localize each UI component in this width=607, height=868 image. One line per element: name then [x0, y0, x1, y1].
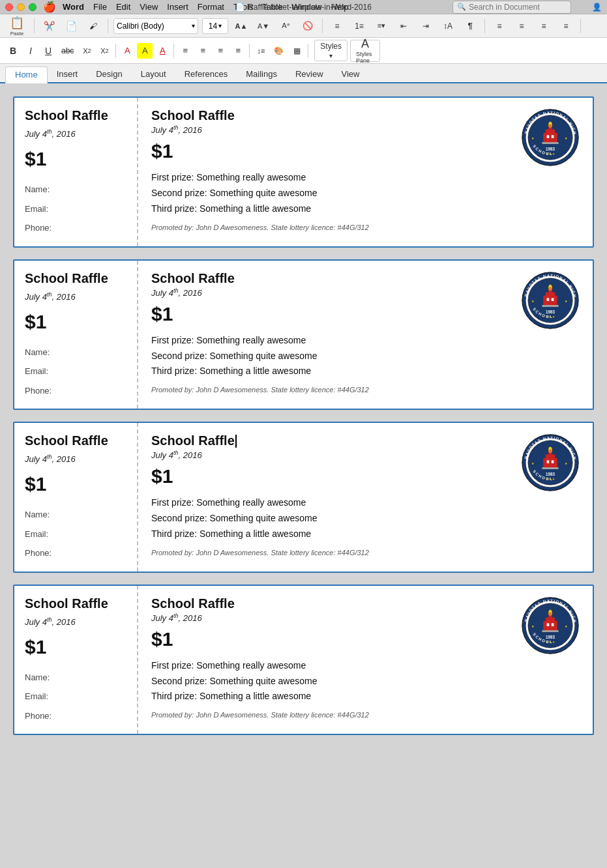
main-4-date: July 4th, 2016 [151, 613, 369, 623]
cut-button[interactable]: ✂️ [40, 18, 58, 35]
align-center[interactable]: ≡ [512, 18, 531, 35]
increase-indent[interactable]: ⇥ [417, 18, 435, 35]
maximize-button[interactable] [29, 3, 37, 11]
format-painter[interactable]: 🖌 [84, 18, 102, 35]
main-3-date: July 4th, 2016 [151, 450, 369, 460]
main-2-price: $1 [151, 303, 369, 325]
font-family-dropdown[interactable]: Calibri (Body) ▾ [113, 18, 198, 34]
bullets-button[interactable]: ≡ [328, 18, 346, 35]
superscript-button[interactable]: X2 [96, 43, 112, 59]
underline-button[interactable]: U [40, 43, 56, 59]
strikethrough-button[interactable]: abc [58, 43, 77, 59]
tab-references[interactable]: References [175, 65, 237, 82]
tab-layout[interactable]: Layout [132, 65, 175, 82]
svg-rect-61 [547, 623, 550, 626]
numbered-list[interactable]: 1≡ [350, 18, 368, 35]
menu-insert[interactable]: Insert [167, 2, 188, 12]
separator [34, 19, 35, 33]
search-input[interactable] [469, 3, 567, 12]
show-formatting[interactable]: ¶ [461, 18, 479, 35]
doc-icon: 📄 [235, 3, 245, 12]
subscript-button[interactable]: X2 [79, 43, 95, 59]
sort[interactable]: ↕A [439, 18, 457, 35]
stub-3-phone: Phone: [25, 545, 126, 560]
stub-4-price: $1 [25, 636, 126, 658]
tab-mailings[interactable]: Mailings [237, 65, 286, 82]
svg-rect-62 [552, 623, 554, 626]
menu-format[interactable]: Format [198, 2, 224, 12]
align-right2[interactable]: ≡ [213, 43, 228, 59]
main-2-title: School Raffle [151, 271, 369, 286]
tab-design[interactable]: Design [87, 65, 131, 82]
line-spacing[interactable]: ↕≡ [253, 43, 269, 59]
main-1-prize2: Second prize: Something quite awesome [151, 186, 369, 201]
svg-point-43 [549, 449, 552, 452]
apple-menu-icon[interactable]: 🍎 [43, 1, 56, 13]
borders[interactable]: ▦ [289, 43, 304, 59]
stub-1-price: $1 [25, 148, 126, 170]
main-3-price: $1 [151, 465, 369, 487]
minimize-button[interactable] [17, 3, 25, 11]
italic-button[interactable]: I [23, 43, 38, 59]
separator3 [322, 19, 323, 33]
styles-pane-button[interactable]: A Styles Pane [350, 40, 380, 62]
decrease-font[interactable]: A▼ [254, 18, 273, 35]
svg-text:1983: 1983 [546, 634, 555, 639]
svg-rect-63 [542, 630, 558, 632]
tab-home[interactable]: Home [5, 66, 48, 83]
ticket-2: School Raffle July 4th, 2016 $1 Name: Em… [13, 259, 594, 411]
justify[interactable]: ≡ [557, 18, 575, 35]
font-color-alt[interactable]: A [155, 43, 170, 59]
menu-bar: 🍎 Word File Edit View Insert Format Tool… [0, 0, 607, 14]
stub-3-date: July 4th, 2016 [25, 454, 126, 464]
search-bar[interactable]: 🔍 [452, 1, 571, 14]
tab-review[interactable]: Review [286, 65, 333, 82]
styles-dropdown[interactable]: Styles ▾ [314, 40, 348, 61]
align-left[interactable]: ≡ [490, 18, 509, 35]
decrease-indent[interactable]: ⇤ [394, 18, 413, 35]
sep6 [115, 44, 116, 58]
traffic-lights [5, 3, 37, 11]
font-size-dropdown[interactable]: 14 ▾ [202, 18, 228, 34]
highlight-button[interactable]: A [137, 43, 153, 59]
stub-3-title: School Raffle [25, 433, 126, 448]
menu-edit[interactable]: Edit [116, 2, 130, 12]
main-2-prize3: Third prize: Something a little awesome [151, 364, 369, 379]
clear-formatting[interactable]: 🚫 [299, 18, 317, 35]
font-size-alt[interactable]: Aᵃ [276, 18, 295, 35]
close-button[interactable] [5, 3, 13, 11]
copy-button[interactable]: 📄 [62, 18, 80, 35]
stub-1-name: Name: [25, 182, 126, 197]
stub-1-phone: Phone: [25, 220, 126, 235]
user-icon[interactable]: 👤 [592, 3, 602, 12]
svg-rect-11 [552, 135, 554, 138]
ticket-3-stub: School Raffle July 4th, 2016 $1 Name: Em… [14, 423, 138, 571]
svg-point-9 [549, 124, 552, 127]
justify2[interactable]: ≡ [230, 43, 246, 59]
stub-3-price: $1 [25, 473, 126, 495]
align-right[interactable]: ≡ [535, 18, 553, 35]
menu-word[interactable]: Word [63, 2, 84, 12]
svg-text:1983: 1983 [546, 309, 555, 313]
main-4-prize1: First prize: Something really awesome [151, 658, 369, 674]
tab-insert[interactable]: Insert [48, 65, 87, 82]
stub-4-title: School Raffle [25, 596, 126, 611]
svg-rect-22 [543, 295, 557, 306]
stub-4-email: Email: [25, 689, 126, 704]
shading[interactable]: 🎨 [271, 43, 287, 59]
tab-view[interactable]: View [333, 65, 369, 82]
increase-font[interactable]: A▲ [232, 18, 250, 35]
main-3-prize1: First prize: Something really awesome [151, 495, 369, 511]
multilevel-list[interactable]: ≡▾ [372, 18, 391, 35]
stub-4-date: July 4th, 2016 [25, 616, 126, 627]
align-center2[interactable]: ≡ [195, 43, 211, 59]
main-1-title: School Raffle [151, 108, 369, 123]
menu-view[interactable]: View [140, 2, 158, 12]
font-color-button[interactable]: A [119, 43, 135, 59]
menu-file[interactable]: File [93, 2, 107, 12]
bold-button[interactable]: B [5, 43, 21, 59]
align-left2[interactable]: ≡ [177, 43, 193, 59]
paste-button[interactable]: 📋 Paste [5, 16, 29, 36]
formatting-toolbar: B I U abc X2 X2 A A A ≡ ≡ ≡ ≡ ↕≡ 🎨 ▦ Sty… [0, 38, 607, 64]
document-title: 📄 Raffle-ticket-template-in-Word-2016 [235, 3, 372, 12]
